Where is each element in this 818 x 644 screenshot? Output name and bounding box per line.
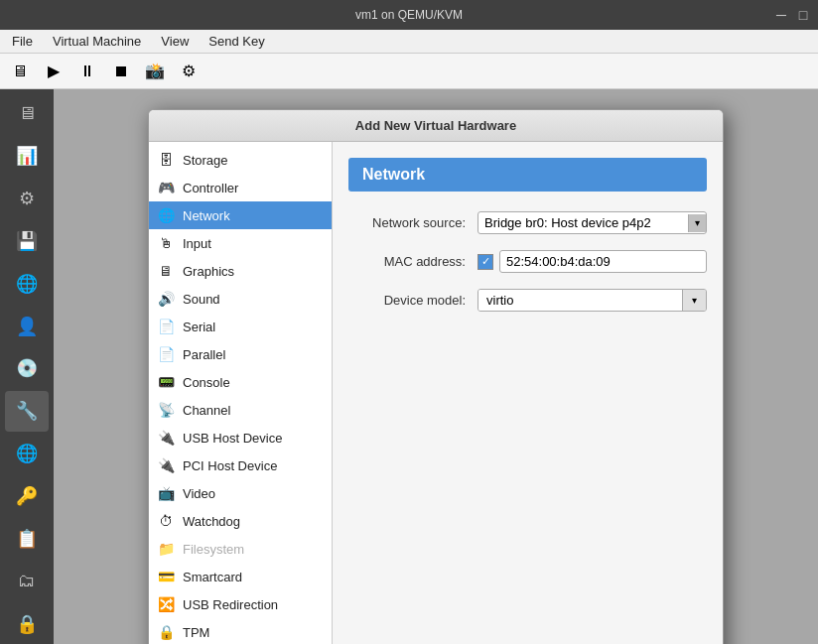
list-item-smartcard[interactable]: 💳 Smartcard bbox=[149, 563, 332, 590]
list-item-watchdog-label: Watchdog bbox=[183, 514, 240, 529]
graphics-icon: 🖥 bbox=[157, 262, 175, 280]
menu-bar: File Virtual Machine View Send Key bbox=[0, 30, 818, 54]
list-item-controller[interactable]: 🎮 Controller bbox=[149, 174, 332, 201]
toolbar-snapshot-btn[interactable]: 📸 bbox=[139, 57, 171, 86]
toolbar-settings-btn[interactable]: ⚙ bbox=[173, 57, 204, 86]
list-item-channel-label: Channel bbox=[183, 403, 230, 418]
list-item-parallel-label: Parallel bbox=[183, 347, 225, 362]
vm-sidebar-network[interactable]: 🌐 bbox=[5, 263, 49, 304]
device-model-value: virtio bbox=[478, 290, 682, 311]
mac-address-row: MAC address: bbox=[348, 250, 707, 273]
list-item-watchdog[interactable]: ⏱ Watchdog bbox=[149, 507, 332, 535]
vm-sidebar-disk[interactable]: 💿 bbox=[5, 348, 49, 389]
list-item-network-label: Network bbox=[183, 208, 230, 223]
list-item-network[interactable]: 🌐 Network bbox=[149, 201, 332, 229]
network-source-value: Bridge br0: Host device p4p2 bbox=[484, 215, 682, 230]
toolbar-monitor-btn[interactable]: 🖥 bbox=[4, 57, 36, 86]
section-header: Network bbox=[348, 158, 707, 192]
vm-sidebar-memory[interactable]: 💾 bbox=[5, 221, 49, 262]
menu-send-key[interactable]: Send Key bbox=[201, 32, 272, 51]
modal-overlay: Add New Virtual Hardware 🗄 Storage 🎮 Con… bbox=[54, 89, 818, 644]
controller-icon: 🎮 bbox=[157, 179, 175, 196]
list-item-controller-label: Controller bbox=[183, 181, 238, 195]
network-source-select[interactable]: Bridge br0: Host device p4p2 ▾ bbox=[477, 211, 707, 234]
toolbar-run-btn[interactable]: ▶ bbox=[38, 57, 69, 86]
add-hardware-dialog: Add New Virtual Hardware 🗄 Storage 🎮 Con… bbox=[148, 109, 724, 644]
list-item-serial[interactable]: 📄 Serial bbox=[149, 313, 332, 340]
list-item-channel[interactable]: 📡 Channel bbox=[149, 396, 332, 424]
list-item-usb-host-label: USB Host Device bbox=[183, 431, 282, 446]
list-item-usb-host[interactable]: 🔌 USB Host Device bbox=[149, 424, 332, 451]
window-title: vm1 on QEMU/KVM bbox=[355, 8, 463, 22]
list-item-usb-redirect[interactable]: 🔀 USB Redirection bbox=[149, 590, 332, 618]
input-icon: 🖱 bbox=[157, 234, 175, 252]
vm-sidebar-misc3[interactable]: 📋 bbox=[5, 518, 49, 559]
list-item-smartcard-label: Smartcard bbox=[183, 570, 242, 584]
list-item-console[interactable]: 📟 Console bbox=[149, 368, 332, 396]
network-source-row: Network source: Bridge br0: Host device … bbox=[348, 211, 707, 234]
vm-sidebar-misc1[interactable]: 🌐 bbox=[5, 434, 49, 474]
device-model-label: Device model: bbox=[348, 293, 477, 308]
vm-sidebar-misc5[interactable]: 🔒 bbox=[5, 603, 49, 644]
maximize-btn[interactable]: □ bbox=[796, 8, 810, 22]
parallel-icon: 📄 bbox=[157, 345, 175, 363]
list-item-filesystem-label: Filesystem bbox=[183, 542, 244, 557]
menu-file[interactable]: File bbox=[4, 32, 41, 51]
vm-sidebar-users[interactable]: 👤 bbox=[5, 306, 49, 346]
list-item-tpm[interactable]: 🔒 TPM bbox=[149, 618, 332, 644]
serial-icon: 📄 bbox=[157, 318, 175, 335]
mac-address-input[interactable] bbox=[499, 250, 707, 273]
minimize-btn[interactable]: ─ bbox=[774, 8, 788, 22]
list-item-input[interactable]: 🖱 Input bbox=[149, 229, 332, 257]
smartcard-icon: 💳 bbox=[157, 568, 175, 585]
list-item-storage[interactable]: 🗄 Storage bbox=[149, 146, 332, 174]
vm-sidebar-hardware[interactable]: 🔧 bbox=[5, 391, 49, 432]
network-source-control: Bridge br0: Host device p4p2 ▾ bbox=[477, 211, 707, 234]
mac-address-label: MAC address: bbox=[348, 254, 477, 269]
dialog-right-panel: Network Network source: Bridge br0: Host… bbox=[333, 142, 723, 644]
vm-sidebar-cpu[interactable]: ⚙ bbox=[5, 179, 49, 219]
list-item-video[interactable]: 📺 Video bbox=[149, 479, 332, 507]
list-item-sound[interactable]: 🔊 Sound bbox=[149, 285, 332, 313]
mac-address-control bbox=[477, 250, 707, 273]
device-model-control: virtio ▾ bbox=[477, 289, 707, 312]
vm-sidebar-misc4[interactable]: 🗂 bbox=[5, 561, 49, 601]
mac-address-checkbox[interactable] bbox=[477, 254, 493, 270]
device-model-dropdown-btn[interactable]: ▾ bbox=[682, 290, 706, 311]
list-item-console-label: Console bbox=[183, 375, 230, 390]
title-bar: vm1 on QEMU/KVM ─ □ bbox=[0, 0, 818, 30]
list-item-serial-label: Serial bbox=[183, 320, 215, 334]
content-area: Add New Virtual Hardware 🗄 Storage 🎮 Con… bbox=[54, 89, 818, 644]
list-item-parallel[interactable]: 📄 Parallel bbox=[149, 340, 332, 368]
main-area: 🖥 📊 ⚙ 💾 🌐 👤 💿 🔧 🌐 🔑 📋 🗂 🔒 Add New Virtua… bbox=[0, 89, 818, 644]
filesystem-icon: 📁 bbox=[157, 540, 175, 558]
toolbar-stop-btn[interactable]: ⏹ bbox=[105, 57, 137, 86]
vm-sidebar-overview[interactable]: 🖥 bbox=[5, 93, 49, 134]
usb-redirect-icon: 🔀 bbox=[157, 595, 175, 613]
vm-sidebar: 🖥 📊 ⚙ 💾 🌐 👤 💿 🔧 🌐 🔑 📋 🗂 🔒 bbox=[0, 89, 54, 644]
menu-view[interactable]: View bbox=[153, 32, 197, 51]
toolbar-pause-btn[interactable]: ⏸ bbox=[71, 57, 103, 86]
list-item-input-label: Input bbox=[183, 236, 211, 251]
menu-virtual-machine[interactable]: Virtual Machine bbox=[45, 32, 149, 51]
usb-host-icon: 🔌 bbox=[157, 429, 175, 447]
list-item-pci-host[interactable]: 🔌 PCI Host Device bbox=[149, 451, 332, 479]
network-icon: 🌐 bbox=[157, 206, 175, 224]
list-item-graphics[interactable]: 🖥 Graphics bbox=[149, 257, 332, 285]
storage-icon: 🗄 bbox=[157, 151, 175, 169]
video-icon: 📺 bbox=[157, 484, 175, 502]
tpm-icon: 🔒 bbox=[157, 623, 175, 641]
list-item-tpm-label: TPM bbox=[183, 625, 209, 640]
list-item-filesystem[interactable]: 📁 Filesystem bbox=[149, 535, 332, 563]
dialog-body: 🗄 Storage 🎮 Controller 🌐 Network 🖱 bbox=[149, 142, 723, 644]
vm-sidebar-misc2[interactable]: 🔑 bbox=[5, 476, 49, 517]
list-item-graphics-label: Graphics bbox=[183, 264, 234, 279]
window-controls: ─ □ bbox=[774, 8, 810, 22]
device-model-row: Device model: virtio ▾ bbox=[348, 289, 707, 312]
device-model-select[interactable]: virtio ▾ bbox=[477, 289, 707, 312]
dialog-title: Add New Virtual Hardware bbox=[149, 110, 723, 142]
list-item-usb-redirect-label: USB Redirection bbox=[183, 597, 278, 612]
console-icon: 📟 bbox=[157, 373, 175, 391]
channel-icon: 📡 bbox=[157, 401, 175, 419]
vm-sidebar-performance[interactable]: 📊 bbox=[5, 136, 49, 177]
